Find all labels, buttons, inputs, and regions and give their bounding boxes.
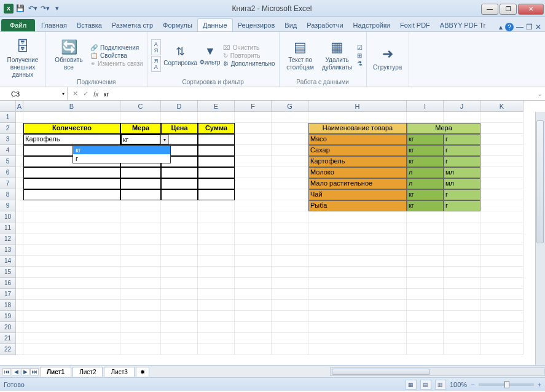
gridcell[interactable] [120, 333, 161, 344]
gridcell[interactable] [480, 322, 523, 333]
gridcell[interactable] [480, 156, 523, 167]
gridcell[interactable] [308, 322, 407, 333]
gridcell[interactable] [272, 233, 308, 245]
gridcell[interactable] [480, 344, 523, 355]
row-header-6[interactable]: 6 [0, 167, 16, 178]
gridcell[interactable] [161, 278, 198, 289]
validation-dropdown-button[interactable]: ▾ [160, 135, 169, 144]
gridcell[interactable] [235, 311, 272, 322]
gridcell[interactable] [23, 311, 120, 322]
gridcell[interactable] [198, 267, 235, 278]
row-header-5[interactable]: 5 [0, 156, 16, 167]
gridcell[interactable] [272, 156, 308, 167]
vertical-scrollbar[interactable] [535, 112, 545, 365]
gridcell[interactable] [235, 112, 272, 123]
gridcell[interactable] [480, 289, 523, 300]
table1-header-3[interactable]: Сумма [198, 123, 235, 134]
gridcell[interactable] [161, 112, 198, 123]
col-header-B[interactable]: B [23, 101, 120, 111]
gridcell[interactable] [161, 333, 198, 344]
row-header-17[interactable]: 17 [0, 289, 16, 300]
col-header-K[interactable]: K [480, 101, 523, 111]
gridcell[interactable] [272, 200, 308, 211]
gridcell[interactable] [272, 189, 308, 200]
gridcell[interactable] [480, 178, 523, 189]
col-header-A[interactable]: A [16, 101, 23, 111]
gridcell[interactable] [16, 344, 23, 355]
row-header-20[interactable]: 20 [0, 322, 16, 333]
row-header-16[interactable]: 16 [0, 278, 16, 289]
gridcell[interactable] [120, 200, 161, 211]
gridcell[interactable] [444, 311, 480, 322]
gridcell[interactable] [120, 300, 161, 311]
gridcell[interactable] [16, 256, 23, 267]
zoom-thumb[interactable] [504, 381, 509, 388]
gridcell[interactable] [235, 134, 272, 145]
cell-B7[interactable] [23, 178, 120, 189]
gridcell[interactable] [198, 200, 235, 211]
cell-E8[interactable] [198, 189, 235, 200]
gridcell[interactable] [23, 322, 120, 333]
tab-view[interactable]: Вид [280, 19, 302, 31]
gridcell[interactable] [407, 256, 444, 267]
gridcell[interactable] [235, 167, 272, 178]
gridcell[interactable] [272, 167, 308, 178]
gridcell[interactable] [23, 256, 120, 267]
undo-icon[interactable]: ↶▾ [27, 3, 38, 14]
row-header-10[interactable]: 10 [0, 211, 16, 222]
gridcell[interactable] [480, 134, 523, 145]
structure-button[interactable]: ➜ Структура [371, 46, 405, 71]
advanced-filter-button[interactable]: ⚙Дополнительно [223, 60, 275, 67]
col-header-J[interactable]: J [444, 101, 480, 111]
gridcell[interactable] [235, 156, 272, 167]
vertical-scroll-thumb[interactable] [536, 120, 544, 243]
gridcell[interactable] [16, 322, 23, 333]
cell-E6[interactable] [198, 167, 235, 178]
col-header-H[interactable]: H [308, 101, 407, 111]
gridcell[interactable] [444, 322, 480, 333]
gridcell[interactable] [16, 178, 23, 189]
sheet-first-icon[interactable]: ⏮ [2, 368, 11, 375]
filter-button[interactable]: ▼ Фильтр [200, 45, 221, 66]
row-header-3[interactable]: 3 [0, 134, 16, 145]
data-validation-button[interactable]: ☑ [357, 44, 363, 51]
gridcell[interactable] [444, 278, 480, 289]
gridcell[interactable] [272, 267, 308, 278]
gridcell[interactable] [444, 256, 480, 267]
gridcell[interactable] [407, 222, 444, 233]
horizontal-scrollbar[interactable] [330, 367, 545, 376]
table2-m1-0[interactable]: кг [407, 134, 444, 145]
gridcell[interactable] [407, 233, 444, 245]
gridcell[interactable] [120, 344, 161, 355]
gridcell[interactable] [23, 222, 120, 233]
tab-developer[interactable]: Разработчи [302, 19, 348, 31]
gridcell[interactable] [16, 134, 23, 145]
gridcell[interactable] [198, 233, 235, 245]
gridcell[interactable] [198, 311, 235, 322]
gridcell[interactable] [407, 300, 444, 311]
gridcell[interactable] [308, 267, 407, 278]
gridcell[interactable] [23, 245, 120, 256]
gridcell[interactable] [235, 289, 272, 300]
gridcell[interactable] [235, 145, 272, 156]
table2-name-2[interactable]: Картофель [308, 156, 407, 167]
gridcell[interactable] [16, 211, 23, 222]
gridcell[interactable] [120, 256, 161, 267]
gridcell[interactable] [407, 322, 444, 333]
gridcell[interactable] [23, 233, 120, 245]
table2-m1-1[interactable]: кг [407, 145, 444, 156]
properties-button[interactable]: 📋Свойства [90, 52, 143, 59]
gridcell[interactable] [161, 245, 198, 256]
gridcell[interactable] [235, 189, 272, 200]
connections-button[interactable]: 🔗Подключения [90, 44, 143, 51]
gridcell[interactable] [308, 256, 407, 267]
gridcell[interactable] [444, 289, 480, 300]
gridcell[interactable] [120, 233, 161, 245]
gridcell[interactable] [161, 211, 198, 222]
gridcell[interactable] [120, 112, 161, 123]
table1-header-0[interactable]: Количество [23, 123, 120, 134]
gridcell[interactable] [23, 112, 120, 123]
sort-button[interactable]: ⇅ Сортировка [163, 45, 197, 66]
tab-formulas[interactable]: Формулы [158, 19, 197, 31]
gridcell[interactable] [308, 211, 407, 222]
